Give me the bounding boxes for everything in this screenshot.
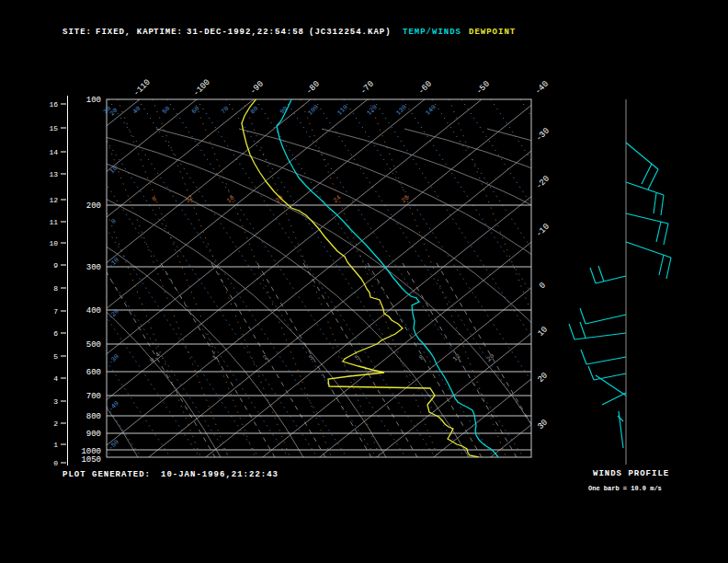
svg-text:1: 1 [53, 441, 58, 449]
svg-text:-20: -20 [534, 174, 552, 191]
svg-text:900: 900 [86, 430, 101, 439]
time-value: 31-DEC-1992,22:54:58 [187, 28, 304, 37]
svg-text:400: 400 [86, 306, 101, 316]
svg-text:20: 20 [536, 371, 550, 385]
svg-text:9: 9 [53, 261, 58, 270]
svg-text:24: 24 [332, 194, 343, 205]
svg-text:-110: -110 [131, 77, 152, 98]
dewpoint-curve [242, 98, 479, 457]
svg-text:12: 12 [184, 194, 195, 205]
svg-text:-90: -90 [248, 79, 266, 97]
svg-text:2: 2 [53, 419, 58, 428]
svg-text:100: 100 [306, 103, 320, 117]
svg-text:100: 100 [86, 96, 101, 105]
svg-text:4: 4 [53, 374, 58, 383]
svg-text:30: 30 [536, 418, 550, 431]
theta-top-labels: 30405060708090100110120130140 [102, 103, 438, 117]
file-name: (JC312254.KAP) [309, 28, 392, 37]
legend-dewpoint: DEWPOINT [469, 28, 516, 37]
svg-text:50: 50 [161, 105, 172, 116]
svg-text:200: 200 [86, 201, 101, 211]
svg-text:40: 40 [131, 105, 142, 116]
site-value: FIXED, KAP [96, 28, 154, 37]
svg-text:-100: -100 [191, 77, 211, 98]
svg-text:300: 300 [86, 263, 101, 272]
svg-text:6: 6 [53, 329, 58, 338]
mixing-ratio-dashed-lines [101, 263, 551, 457]
svg-text:0.4: 0.4 [148, 350, 162, 364]
height-axis: 161514131211109876543210 [49, 96, 67, 467]
plot-frame [107, 99, 531, 457]
svg-text:700: 700 [86, 392, 101, 401]
svg-text:1050: 1050 [81, 455, 101, 465]
svg-text:3: 3 [53, 397, 58, 406]
svg-text:-40: -40 [107, 399, 120, 413]
theta-left-labels: 20100-10-20-30-40-50 [107, 107, 120, 452]
svg-text:10: 10 [108, 165, 119, 176]
site-label: SITE: [63, 28, 92, 37]
pressure-axis-labels: 10020030040050060070080090010001050 [81, 96, 101, 465]
svg-text:10: 10 [49, 239, 58, 247]
isotherm-lines [0, 99, 728, 458]
svg-text:0: 0 [53, 459, 58, 467]
svg-text:70: 70 [220, 105, 231, 116]
svg-text:-10: -10 [107, 256, 120, 270]
svg-text:90: 90 [279, 105, 290, 116]
moist-adiabat-labels: 81216202428 [151, 194, 411, 205]
svg-text:7: 7 [53, 307, 58, 316]
winds-profile-legend: One barb = 10.0 m/s [588, 484, 662, 493]
pressure-gridlines [107, 205, 531, 450]
svg-text:15: 15 [49, 124, 58, 132]
legend-temp-winds: TEMP/WINDS [403, 28, 461, 37]
wind-barbs [569, 143, 671, 448]
svg-text:8: 8 [53, 284, 58, 293]
svg-text:-30: -30 [534, 126, 552, 144]
svg-text:-10: -10 [534, 222, 552, 239]
svg-text:14: 14 [49, 148, 58, 156]
svg-text:500: 500 [86, 340, 101, 350]
svg-text:110: 110 [336, 103, 349, 117]
svg-text:-70: -70 [358, 79, 376, 97]
svg-text:-60: -60 [416, 79, 434, 97]
svg-text:-30: -30 [107, 352, 120, 366]
skewt-screen: 1002003004005006007008009001000105016151… [0, 0, 728, 563]
svg-text:16: 16 [49, 100, 58, 109]
svg-text:-40: -40 [533, 79, 551, 97]
svg-text:600: 600 [86, 368, 101, 377]
svg-text:10: 10 [536, 325, 550, 339]
svg-text:-20: -20 [107, 307, 120, 321]
svg-text:12: 12 [49, 196, 58, 204]
plot-generated-label: PLOT GENERATED: [63, 470, 151, 479]
time-label: TIME: [154, 28, 183, 37]
svg-text:5: 5 [53, 352, 58, 361]
svg-text:140: 140 [424, 103, 438, 117]
svg-text:0: 0 [538, 281, 548, 291]
svg-text:800: 800 [86, 412, 101, 421]
svg-text:13: 13 [49, 170, 58, 178]
plot-generated-value: 10-JAN-1996,21:22:43 [161, 470, 279, 479]
svg-text:11: 11 [49, 218, 58, 226]
top-temperature-labels: -110-100-90-80-70-60-50-40 [131, 77, 550, 98]
winds-profile-title: WINDS PROFILE [593, 469, 669, 478]
svg-text:-80: -80 [304, 79, 322, 97]
svg-text:120: 120 [365, 103, 379, 117]
right-temperature-labels: -30-20-100102030 [534, 126, 552, 431]
svg-text:20: 20 [274, 194, 285, 205]
svg-text:-50: -50 [474, 79, 492, 97]
svg-text:16: 16 [225, 194, 236, 205]
svg-text:0: 0 [109, 217, 118, 225]
svg-text:60: 60 [190, 105, 201, 116]
